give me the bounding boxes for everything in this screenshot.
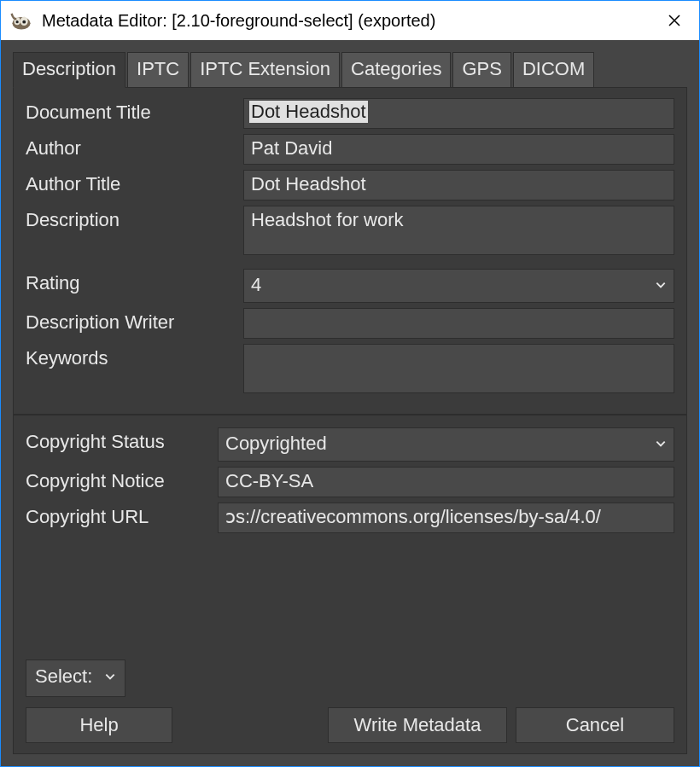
rating-label: Rating xyxy=(26,269,243,294)
author-title-label: Author Title xyxy=(26,170,243,195)
copyright-url-input[interactable] xyxy=(218,503,674,533)
cancel-button[interactable]: Cancel xyxy=(516,707,674,743)
description-textarea[interactable] xyxy=(243,206,674,255)
copyright-status-value: Copyrighted xyxy=(225,433,327,455)
author-title-input[interactable] xyxy=(243,170,674,200)
copyright-notice-label: Copyright Notice xyxy=(26,467,218,492)
tab-iptc[interactable]: IPTC xyxy=(127,52,189,88)
copyright-status-dropdown[interactable]: Copyrighted xyxy=(218,427,674,462)
tab-description[interactable]: Description xyxy=(13,52,125,88)
select-dropdown[interactable]: Select: xyxy=(26,660,125,697)
button-bar: Help Write Metadata Cancel xyxy=(26,707,674,743)
window-title: Metadata Editor: [2.10-foreground-select… xyxy=(42,11,655,31)
chevron-down-icon xyxy=(655,279,667,291)
titlebar: Metadata Editor: [2.10-foreground-select… xyxy=(1,1,699,40)
description-writer-input[interactable] xyxy=(243,308,674,339)
section-divider xyxy=(14,414,686,415)
tab-categories[interactable]: Categories xyxy=(341,52,451,88)
tab-bar: Description IPTC IPTC Extension Categori… xyxy=(13,52,687,88)
gimp-icon xyxy=(9,9,33,32)
dialog-body: Description IPTC IPTC Extension Categori… xyxy=(1,40,699,766)
author-label: Author xyxy=(26,134,243,160)
copyright-notice-input[interactable] xyxy=(218,467,674,497)
chevron-down-icon xyxy=(104,671,116,683)
tab-iptc-extension[interactable]: IPTC Extension xyxy=(190,52,340,88)
tab-gps[interactable]: GPS xyxy=(452,52,510,88)
author-input[interactable] xyxy=(243,134,674,165)
keywords-label: Keywords xyxy=(26,344,243,369)
description-label: Description xyxy=(26,206,243,231)
copyright-status-label: Copyright Status xyxy=(26,427,218,453)
svg-point-3 xyxy=(16,20,19,23)
write-metadata-button[interactable]: Write Metadata xyxy=(328,707,507,743)
tab-dicom[interactable]: DICOM xyxy=(513,52,594,88)
svg-point-4 xyxy=(22,20,26,24)
rating-dropdown[interactable]: 4 xyxy=(243,269,674,303)
document-title-label: Document Title xyxy=(26,98,243,124)
help-button[interactable]: Help xyxy=(26,707,172,743)
rating-value: 4 xyxy=(251,274,261,296)
description-panel: Document Title Dot Headshot Author Autho… xyxy=(13,87,687,754)
keywords-textarea[interactable] xyxy=(243,344,674,393)
copyright-url-label: Copyright URL xyxy=(26,503,218,528)
metadata-editor-window: Metadata Editor: [2.10-foreground-select… xyxy=(0,0,700,767)
chevron-down-icon xyxy=(655,438,667,450)
description-writer-label: Description Writer xyxy=(26,308,243,334)
close-button[interactable] xyxy=(655,1,694,40)
select-label: Select: xyxy=(35,665,92,688)
document-title-input[interactable] xyxy=(243,98,674,129)
